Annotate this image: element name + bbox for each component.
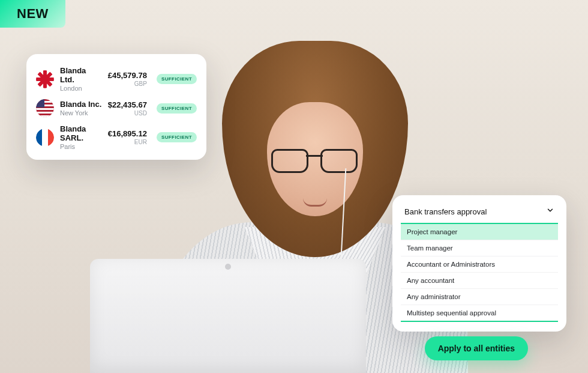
status-badge: SUFFICIENT — [157, 132, 197, 142]
svg-rect-7 — [36, 112, 54, 114]
svg-rect-8 — [36, 115, 54, 117]
dropdown-toggle[interactable]: Bank transfers approval — [401, 206, 558, 223]
dropdown-option[interactable]: Accountant or Administrators — [401, 256, 558, 272]
entity-name: Blanda SARL. — [60, 124, 102, 142]
svg-rect-12 — [42, 129, 48, 147]
entity-amount: £45,579.78 — [108, 71, 147, 80]
entity-currency: USD — [108, 110, 147, 117]
dropdown-option[interactable]: Any accountant — [401, 272, 558, 288]
svg-rect-13 — [48, 129, 54, 147]
svg-rect-6 — [36, 108, 54, 110]
dropdown-list: Project manager Team manager Accountant … — [401, 223, 558, 322]
flag-us-icon — [36, 99, 54, 117]
status-badge: SUFFICIENT — [157, 103, 197, 114]
entity-city: Paris — [60, 143, 102, 150]
entity-city: London — [60, 85, 102, 92]
apply-all-button[interactable]: Apply to all entities — [425, 336, 528, 360]
dropdown-title: Bank transfers approval — [404, 207, 487, 216]
entity-name: Blanda Inc. — [60, 100, 102, 109]
chevron-down-icon — [546, 206, 554, 217]
entity-amount: $22,435.67 — [108, 100, 147, 109]
dropdown-option[interactable]: Multistep sequential approval — [401, 305, 558, 321]
entity-city: New York — [60, 109, 102, 117]
svg-rect-11 — [36, 129, 42, 147]
dropdown-option[interactable]: Project manager — [401, 224, 558, 240]
dropdown-option[interactable]: Team manager — [401, 240, 558, 256]
entities-card: Blanda Ltd. London £45,579.78 GBP SUFFIC… — [26, 54, 206, 160]
approval-dropdown-card: Bank transfers approval Project manager … — [392, 195, 566, 332]
entity-currency: GBP — [108, 80, 147, 87]
laptop-illustration — [90, 259, 366, 373]
entity-amount: €16,895.12 — [108, 129, 147, 138]
dropdown-option[interactable]: Any administrator — [401, 288, 558, 305]
stage: NEW Blanda Ltd. London £45,579.78 GBP SU… — [0, 0, 588, 373]
entity-row[interactable]: Blanda SARL. Paris €16,895.12 EUR SUFFIC… — [36, 121, 197, 154]
entity-row[interactable]: Blanda Ltd. London £45,579.78 GBP SUFFIC… — [36, 62, 197, 96]
flag-uk-icon — [36, 70, 54, 88]
new-badge: NEW — [0, 0, 65, 28]
entity-row[interactable]: Blanda Inc. New York $22,435.67 USD SUFF… — [36, 96, 197, 121]
status-badge: SUFFICIENT — [157, 74, 197, 84]
entity-currency: EUR — [108, 139, 147, 145]
svg-rect-9 — [36, 99, 44, 108]
flag-fr-icon — [36, 129, 54, 147]
entity-name: Blanda Ltd. — [60, 66, 102, 84]
